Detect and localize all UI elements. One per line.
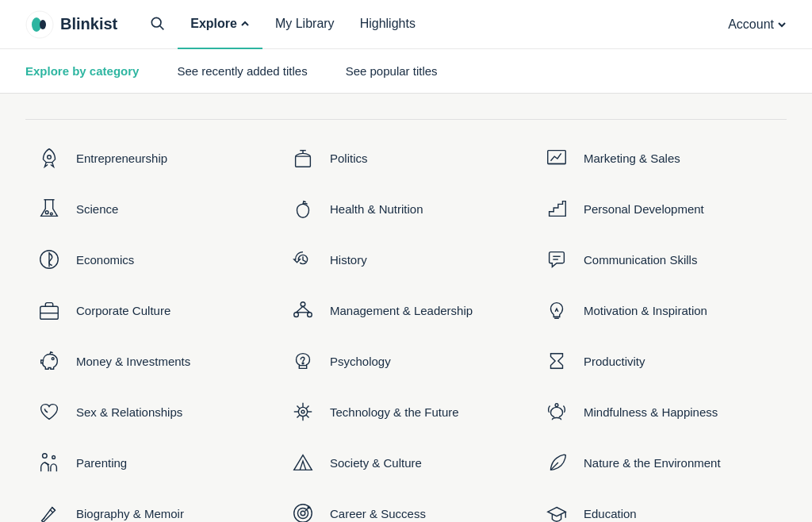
- category-label: Personal Development: [584, 202, 704, 216]
- tech-icon: [289, 397, 317, 426]
- category-career[interactable]: Career & Success: [279, 488, 533, 522]
- category-economics[interactable]: Economics: [25, 234, 279, 285]
- svg-marker-57: [548, 508, 566, 516]
- explore-by-category-tab[interactable]: Explore by category: [25, 58, 139, 84]
- svg-line-37: [306, 406, 308, 409]
- category-education[interactable]: Education: [533, 488, 787, 522]
- svg-point-5: [48, 155, 52, 159]
- svg-point-2: [40, 20, 46, 29]
- category-technology[interactable]: Technology & the Future: [279, 386, 533, 437]
- target-icon: [289, 499, 317, 522]
- category-society[interactable]: Society & Culture: [279, 437, 533, 488]
- category-label: Money & Investments: [76, 355, 190, 368]
- category-mindfulness[interactable]: Mindfulness & Happiness: [533, 386, 787, 437]
- category-label: Psychology: [330, 355, 391, 368]
- piggy-icon: [35, 347, 63, 375]
- category-nature[interactable]: Nature & the Environment: [533, 437, 787, 488]
- svg-point-23: [308, 313, 312, 317]
- search-icon: [149, 15, 165, 31]
- category-section: Entrepreneurship Science Economics Corpo…: [0, 94, 812, 522]
- category-label: Management & Leadership: [330, 304, 473, 317]
- svg-point-7: [45, 211, 48, 214]
- svg-line-24: [297, 306, 303, 313]
- svg-point-41: [301, 511, 305, 516]
- category-label: Parenting: [76, 456, 127, 470]
- search-button[interactable]: [143, 12, 171, 36]
- graduation-icon: [542, 499, 571, 522]
- category-col-3: Marketing & Sales Personal Development C…: [533, 132, 787, 522]
- category-management[interactable]: Management & Leadership: [279, 285, 533, 336]
- psychology-icon: [289, 347, 317, 375]
- speech-icon: [542, 245, 571, 274]
- category-personal-development[interactable]: Personal Development: [533, 183, 787, 234]
- svg-rect-18: [296, 156, 311, 167]
- politics-icon: [289, 144, 317, 172]
- popular-titles-tab[interactable]: See popular titles: [346, 58, 438, 84]
- logo-icon: [25, 10, 54, 39]
- category-label: Nature & the Environment: [584, 456, 721, 470]
- category-parenting[interactable]: Parenting: [25, 437, 279, 488]
- svg-point-8: [50, 213, 52, 215]
- category-politics[interactable]: Politics: [279, 132, 533, 183]
- category-corporate-culture[interactable]: Corporate Culture: [25, 285, 279, 336]
- nav-my-library[interactable]: My Library: [262, 0, 347, 49]
- parenting-icon: [35, 448, 63, 477]
- category-label: Economics: [76, 253, 134, 267]
- mindfulness-icon: [542, 397, 571, 426]
- pen-icon: [35, 499, 63, 522]
- category-label: Biography & Memoir: [76, 507, 184, 520]
- category-label: Motivation & Inspiration: [584, 304, 707, 317]
- category-science[interactable]: Science: [25, 183, 279, 234]
- history-icon: [289, 245, 317, 274]
- category-productivity[interactable]: Productivity: [533, 336, 787, 386]
- category-marketing[interactable]: Marketing & Sales: [533, 132, 787, 183]
- section-divider: [25, 119, 787, 120]
- category-money[interactable]: Money & Investments: [25, 336, 279, 386]
- svg-point-13: [52, 358, 54, 360]
- tent-icon: [289, 448, 317, 477]
- svg-point-30: [298, 407, 307, 416]
- category-motivation[interactable]: Motivation & Inspiration: [533, 285, 787, 336]
- category-health[interactable]: Health & Nutrition: [279, 183, 533, 234]
- svg-point-28: [302, 363, 304, 364]
- logo[interactable]: Blinkist: [25, 10, 117, 39]
- category-label: Productivity: [584, 355, 645, 368]
- category-grid: Entrepreneurship Science Economics Corpo…: [25, 132, 787, 522]
- rocket-icon: [35, 144, 63, 172]
- account-button[interactable]: Account: [728, 11, 787, 38]
- category-entrepreneurship[interactable]: Entrepreneurship: [25, 132, 279, 183]
- chart-icon: [542, 144, 571, 172]
- category-label: Career & Success: [330, 507, 426, 520]
- category-label: Entrepreneurship: [76, 152, 167, 165]
- recently-added-tab[interactable]: See recently added titles: [177, 58, 307, 84]
- nav-explore[interactable]: Explore: [178, 0, 262, 49]
- svg-point-21: [301, 302, 305, 307]
- category-label: Education: [584, 507, 637, 520]
- bulb-icon: [542, 296, 571, 324]
- nav-highlights[interactable]: Highlights: [347, 0, 428, 49]
- economics-icon: [35, 245, 63, 274]
- category-label: Communication Skills: [584, 253, 697, 267]
- svg-point-15: [52, 456, 56, 459]
- briefcase-icon: [35, 296, 63, 324]
- category-communication[interactable]: Communication Skills: [533, 234, 787, 285]
- category-label: Politics: [330, 152, 368, 165]
- science-icon: [35, 194, 63, 223]
- category-col-1: Entrepreneurship Science Economics Corpo…: [25, 132, 279, 522]
- category-label: Corporate Culture: [76, 304, 170, 317]
- category-history[interactable]: History: [279, 234, 533, 285]
- category-label: Science: [76, 202, 118, 216]
- category-psychology[interactable]: Psychology: [279, 336, 533, 386]
- chevron-up-icon: [240, 19, 250, 29]
- svg-line-35: [297, 406, 300, 409]
- category-col-2: Politics Health & Nutrition History Mana…: [279, 132, 533, 522]
- category-sex-relationships[interactable]: Sex & Relationships: [25, 386, 279, 437]
- category-biography[interactable]: Biography & Memoir: [25, 488, 279, 522]
- svg-point-29: [301, 410, 304, 413]
- svg-point-55: [555, 404, 558, 407]
- svg-rect-47: [548, 151, 566, 164]
- chevron-down-icon: [777, 20, 787, 29]
- svg-line-36: [306, 415, 308, 417]
- svg-point-14: [43, 454, 48, 459]
- category-label: Society & Culture: [330, 456, 422, 470]
